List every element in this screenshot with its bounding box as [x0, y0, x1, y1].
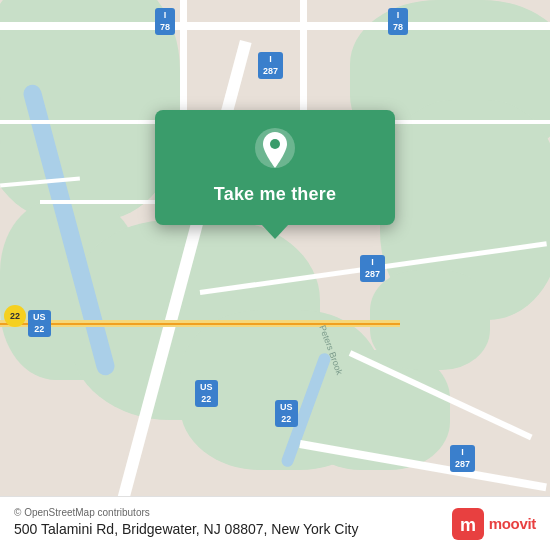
shield-us22-mid2: US22 [275, 400, 298, 427]
take-me-there-button[interactable]: Take me there [214, 184, 336, 205]
moovit-icon: m [452, 508, 484, 540]
shield-us22-mid: US22 [195, 380, 218, 407]
address-line: 500 Talamini Rd, Bridgewater, NJ 08807, … [14, 520, 442, 540]
osm-credit: © OpenStreetMap contributors [14, 507, 442, 518]
svg-point-1 [270, 139, 280, 149]
road-i78 [0, 22, 550, 30]
road-us22-line [0, 323, 400, 325]
shield-i287-mid: I287 [360, 255, 385, 282]
popup-card: Take me there [155, 110, 395, 225]
map-container: I78 I78 I287 I287 I287 US22 US22 US22 22… [0, 0, 550, 550]
shield-route22: 22 [4, 305, 26, 327]
svg-text:m: m [460, 515, 476, 535]
shield-i78-left: I78 [155, 8, 175, 35]
shield-i287-bottom: I287 [450, 445, 475, 472]
moovit-text: moovit [489, 515, 536, 532]
bottom-bar: © OpenStreetMap contributors 500 Talamin… [0, 496, 550, 550]
location-pin-icon [251, 126, 299, 174]
address-block: © OpenStreetMap contributors 500 Talamin… [14, 507, 442, 540]
moovit-logo: m moovit [452, 508, 536, 540]
shield-us22-left: US22 [28, 310, 51, 337]
shield-i287-top: I287 [258, 52, 283, 79]
shield-i78-right: I78 [388, 8, 408, 35]
